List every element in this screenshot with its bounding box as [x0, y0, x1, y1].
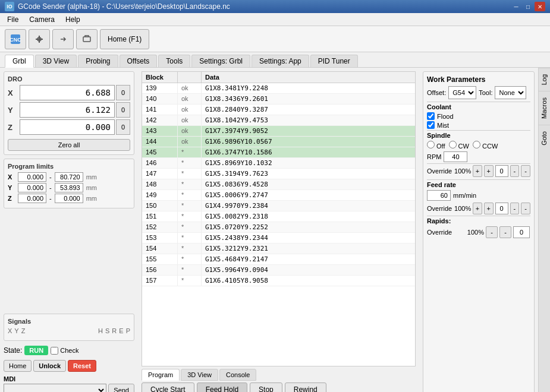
limits-x-min[interactable]: 0.000 [18, 172, 46, 182]
limits-z-max[interactable]: 0.000 [55, 194, 83, 203]
home-f1-button[interactable]: Home (F1) [100, 29, 149, 49]
toolbar-btn-4[interactable] [76, 29, 98, 49]
table-row[interactable]: 141 ok G1X8.2840Y9.3287 [142, 105, 415, 115]
side-tab-macros[interactable]: Macros [539, 91, 550, 125]
sub-tab-3dview[interactable]: 3D View [181, 369, 218, 381]
cell-status: ok [178, 105, 202, 115]
col-status-header [178, 72, 202, 83]
table-row[interactable]: 147 * G1X5.3194Y9.7623 [142, 169, 415, 179]
signal-r: R [112, 327, 117, 334]
dro-y-zero-btn[interactable]: 0 [116, 102, 130, 118]
table-row[interactable]: 154 * G1X5.3212Y9.2321 [142, 244, 415, 254]
close-button[interactable]: ✕ [535, 2, 545, 11]
table-row[interactable]: 145 * G1X6.3747Y10.1586 [142, 147, 415, 158]
tab-pid-tuner[interactable]: PID Tuner [310, 55, 358, 67]
zero-all-button[interactable]: Zero all [8, 139, 130, 151]
mist-checkbox[interactable] [427, 121, 435, 129]
side-tab-goto[interactable]: Goto [539, 125, 550, 151]
spindle-off-label[interactable]: Off [427, 141, 445, 150]
reset-button[interactable]: Reset [68, 360, 96, 372]
menu-help[interactable]: Help [61, 14, 85, 25]
feed-minus-btn[interactable]: - [510, 203, 520, 214]
limits-z-min[interactable]: 0.000 [18, 194, 46, 203]
tab-offsets[interactable]: Offsets [120, 55, 158, 67]
table-row[interactable]: 142 ok G1X8.1042Y9.4753 [142, 115, 415, 126]
cell-block: 141 [142, 105, 178, 115]
spindle-off-radio[interactable] [427, 141, 435, 148]
cell-status: * [178, 276, 202, 286]
table-row[interactable]: 155 * G1X5.4684Y9.2147 [142, 254, 415, 265]
table-row[interactable]: 148 * G1X5.0836Y9.4528 [142, 179, 415, 190]
tab-probing[interactable]: Probing [78, 55, 118, 67]
table-row[interactable]: 153 * G1X5.2438Y9.2344 [142, 233, 415, 244]
tool-select[interactable]: None [495, 86, 526, 99]
feed-plus-plus-btn[interactable]: + [473, 203, 482, 214]
rewind-button[interactable]: Rewind [285, 382, 326, 392]
limits-x-row: X 0.000 - 80.720 mm [8, 172, 130, 182]
tab-3dview[interactable]: 3D View [35, 55, 77, 67]
work-params-panel: Work Parameters Offset: G54G55G56G57 Too… [423, 71, 535, 392]
tab-settings-grbl[interactable]: Settings: Grbl [191, 55, 250, 67]
mdi-dropdown[interactable] [4, 384, 106, 392]
sub-tab-program[interactable]: Program [142, 369, 180, 381]
table-row[interactable]: 144 ok G1X6.9896Y10.0567 [142, 137, 415, 147]
check-checkbox[interactable] [51, 347, 58, 355]
sub-tab-console[interactable]: Console [219, 369, 256, 381]
cell-data: G1X5.0720Y9.2252 [202, 222, 415, 232]
feed-hold-button[interactable]: Feed Hold [197, 382, 247, 392]
unlock-button[interactable]: Unlock [33, 360, 66, 372]
toolbar-btn-3[interactable] [52, 29, 74, 49]
table-row[interactable]: 146 * G1X5.8969Y10.1032 [142, 158, 415, 169]
spindle-ccw-label[interactable]: CCW [473, 141, 498, 150]
table-row[interactable]: 150 * G1X4.9970Y9.2384 [142, 201, 415, 211]
maximize-button[interactable]: □ [523, 2, 533, 11]
tab-settings-app[interactable]: Settings: App [252, 55, 309, 67]
spindle-plus-plus-btn[interactable]: + [473, 165, 482, 177]
rapids-minus-minus-btn[interactable]: - [499, 226, 511, 238]
offset-select[interactable]: G54G55G56G57 [448, 86, 476, 99]
table-row[interactable]: 151 * G1X5.0082Y9.2318 [142, 211, 415, 222]
minimize-button[interactable]: ─ [511, 2, 521, 11]
dro-z-zero-btn[interactable]: 0 [116, 119, 130, 135]
gcode-table-body[interactable]: 139 ok G1X8.3481Y9.2248 140 ok G1X8.3436… [142, 83, 415, 366]
cell-block: 144 [142, 137, 178, 147]
toolbar-btn-2[interactable] [29, 29, 50, 49]
spindle-plus-btn[interactable]: + [484, 165, 494, 177]
spindle-cw-radio[interactable] [449, 141, 457, 148]
flood-checkbox[interactable] [427, 112, 435, 120]
spindle-ccw-radio[interactable] [473, 141, 480, 148]
feed-minus-minus-btn[interactable]: - [521, 203, 530, 214]
home-button[interactable]: Home [4, 360, 32, 372]
stop-button[interactable]: Stop [250, 382, 282, 392]
toolbar-btn-1[interactable]: CNC [5, 29, 26, 49]
feed-plus-btn[interactable]: + [484, 203, 494, 214]
menu-camera[interactable]: Camera [24, 14, 59, 25]
spindle-minus-btn[interactable]: - [510, 165, 520, 177]
table-row[interactable]: 152 * G1X5.0720Y9.2252 [142, 222, 415, 233]
rpm-input[interactable]: 40 [444, 151, 467, 162]
side-tab-log[interactable]: Log [539, 68, 550, 91]
table-row[interactable]: 149 * G1X5.0006Y9.2747 [142, 190, 415, 201]
mdi-send-button[interactable]: Send [108, 384, 134, 392]
tab-tools[interactable]: Tools [158, 55, 190, 67]
limits-x-max[interactable]: 80.720 [55, 172, 83, 182]
limits-y-max[interactable]: 53.893 [55, 183, 83, 192]
spindle-cw-label[interactable]: CW [449, 141, 469, 150]
feed-rate-input[interactable]: 60 [427, 190, 451, 201]
table-row[interactable]: 143 ok G1X7.3974Y9.9052 [142, 126, 415, 137]
table-row[interactable]: 139 ok G1X8.3481Y9.2248 [142, 83, 415, 94]
cell-block: 148 [142, 179, 178, 189]
cycle-start-button[interactable]: Cycle Start [142, 382, 194, 392]
dro-x-zero-btn[interactable]: 0 [116, 85, 130, 100]
cell-data: G1X5.0006Y9.2747 [202, 190, 415, 200]
main-tabs: Grbl 3D View Probing Offsets Tools Setti… [0, 52, 550, 68]
limits-y-min[interactable]: 0.000 [18, 183, 46, 192]
menu-file[interactable]: File [2, 14, 23, 25]
table-row[interactable]: 156 * G1X5.9964Y9.0904 [142, 265, 415, 276]
cell-data: G1X5.3194Y9.7623 [202, 169, 415, 179]
rapids-minus-btn[interactable]: - [486, 226, 498, 238]
table-row[interactable]: 140 ok G1X8.3436Y9.2601 [142, 94, 415, 105]
tab-grbl[interactable]: Grbl [5, 55, 34, 68]
table-row[interactable]: 157 * G1X6.4105Y8.9058 [142, 276, 415, 286]
spindle-minus-minus-btn[interactable]: - [521, 165, 530, 177]
